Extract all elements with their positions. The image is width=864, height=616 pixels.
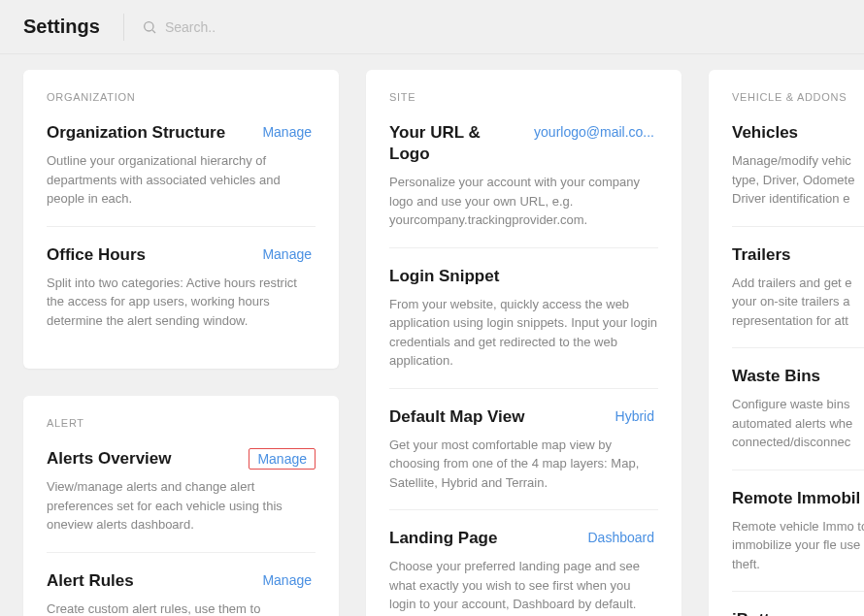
search-input[interactable] [157, 14, 351, 41]
page-title: Settings [23, 16, 100, 38]
card-site: SITE Your URL & Logo yourlogo@mail.co...… [366, 70, 681, 616]
header: Settings [0, 0, 864, 54]
search-icon [142, 19, 157, 35]
section-header: Landing Page Dashboard [389, 528, 658, 549]
section-alert-rules: Alert Rules Manage Create custom alert r… [47, 552, 316, 616]
section-header: iButton [732, 609, 864, 616]
link-url-logo[interactable]: yourlogo@mail.co... [530, 122, 658, 142]
section-office-hours: Office Hours Manage Split into two categ… [47, 226, 316, 348]
section-desc: Manage/modify vehic type, Driver, Odomet… [732, 151, 864, 209]
section-trailers: Trailers Add trailers and get e your on-… [732, 226, 864, 348]
search-container [123, 14, 351, 41]
section-header: Your URL & Logo yourlogo@mail.co... [389, 122, 658, 165]
section-desc: Choose your preferred landing page and s… [389, 557, 658, 614]
manage-link-office-hours[interactable]: Manage [258, 244, 316, 264]
section-desc: From your website, quickly access the we… [389, 295, 658, 371]
section-organization-structure: Organization Structure Manage Outline yo… [47, 122, 316, 226]
section-header: Trailers [732, 244, 864, 266]
section-header: Default Map View Hybrid [389, 406, 658, 428]
manage-link-alert-rules[interactable]: Manage [258, 570, 316, 590]
card-organization: ORGANIZATION Organization Structure Mana… [23, 70, 339, 369]
card-heading: ALERT [47, 417, 316, 429]
section-title: Organization Structure [47, 122, 225, 144]
column-organization-alert: ORGANIZATION Organization Structure Mana… [23, 70, 339, 616]
section-title: Alerts Overview [47, 448, 172, 470]
section-desc: Split into two categories: Active hours … [47, 274, 316, 331]
section-default-map-view: Default Map View Hybrid Get your most co… [389, 388, 658, 510]
section-desc: Configure waste bins automated alerts wh… [732, 395, 864, 452]
card-vehicle-addons: VEHICLE & ADDONS Vehicles Manage/modify … [709, 70, 864, 616]
section-title: Your URL & Logo [389, 122, 522, 165]
section-header: Alerts Overview Manage [47, 448, 316, 470]
section-waste-bins: Waste Bins Configure waste bins automate… [732, 347, 864, 470]
section-desc: Remote vehicle Immo to immobilize your f… [732, 517, 864, 574]
link-landing-page[interactable]: Dashboard [584, 528, 659, 547]
section-header: Vehicles [732, 122, 864, 144]
section-header: Organization Structure Manage [47, 122, 316, 144]
section-title: iButton [732, 609, 789, 616]
column-vehicle-addons: VEHICLE & ADDONS Vehicles Manage/modify … [709, 70, 864, 616]
section-title: Alert Rules [47, 570, 134, 592]
card-heading: ORGANIZATION [47, 91, 316, 103]
section-remote-immobilizer: Remote Immobil Remote vehicle Immo to im… [732, 470, 864, 592]
section-header: Office Hours Manage [47, 244, 316, 266]
section-desc: View/manage alerts and change alert pref… [47, 477, 316, 535]
section-desc: Add trailers and get e your on-site trai… [732, 274, 864, 331]
section-header: Remote Immobil [732, 488, 864, 509]
column-site: SITE Your URL & Logo yourlogo@mail.co...… [366, 70, 681, 616]
section-title: Landing Page [389, 528, 497, 549]
section-vehicles: Vehicles Manage/modify vehic type, Drive… [732, 122, 864, 226]
svg-point-0 [145, 21, 153, 30]
section-header: Alert Rules Manage [47, 570, 316, 592]
section-landing-page: Landing Page Dashboard Choose your prefe… [389, 509, 658, 616]
card-alert: ALERT Alerts Overview Manage View/manage… [23, 396, 339, 616]
section-title: Waste Bins [732, 366, 820, 387]
section-desc: Get your most comfortable map view by ch… [389, 436, 658, 493]
section-url-logo: Your URL & Logo yourlogo@mail.co... Pers… [389, 122, 658, 247]
card-heading: SITE [389, 91, 658, 103]
section-desc: Create custom alert rules, use them to c… [47, 600, 316, 616]
section-title: Default Map View [389, 406, 525, 428]
content: ORGANIZATION Organization Structure Mana… [0, 54, 864, 616]
section-header: Login Snippet [389, 266, 658, 287]
section-title: Login Snippet [389, 266, 499, 287]
section-desc: Outline your organizational hierarchy of… [47, 151, 316, 209]
card-heading: VEHICLE & ADDONS [732, 91, 864, 103]
section-header: Waste Bins [732, 366, 864, 387]
section-title: Vehicles [732, 122, 798, 144]
manage-link-organization-structure[interactable]: Manage [258, 122, 316, 142]
svg-line-1 [152, 30, 155, 33]
section-ibutton: iButton Solely for the purpose modes: Id… [732, 591, 864, 616]
link-default-map-view[interactable]: Hybrid [612, 406, 658, 426]
section-login-snippet: Login Snippet From your website, quickly… [389, 247, 658, 388]
section-desc: Personalize your account with your compa… [389, 173, 658, 230]
section-alerts-overview: Alerts Overview Manage View/manage alert… [47, 448, 316, 552]
section-title: Remote Immobil [732, 488, 860, 509]
section-title: Office Hours [47, 244, 146, 266]
manage-link-alerts-overview[interactable]: Manage [249, 448, 316, 470]
section-title: Trailers [732, 244, 791, 266]
